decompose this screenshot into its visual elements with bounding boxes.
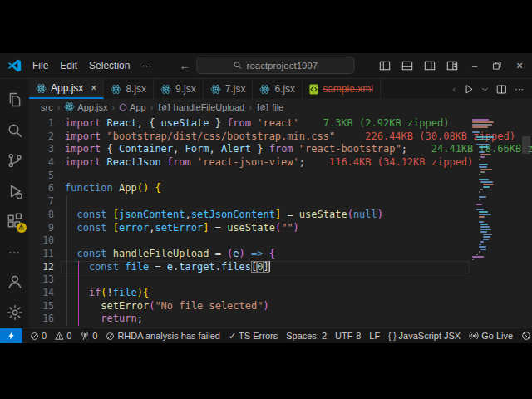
ellipsis-icon[interactable]: ···: [515, 84, 524, 94]
layout-panel-icon[interactable]: [401, 60, 413, 71]
tab-6.jsx[interactable]: 6.jsx: [253, 79, 303, 99]
editor-scrollbar[interactable]: [522, 136, 530, 154]
ports-count[interactable]: 0: [76, 328, 101, 343]
copilot[interactable]: [517, 328, 532, 343]
minimap-row: [479, 164, 488, 165]
menu-file[interactable]: File: [27, 57, 54, 74]
code-line[interactable]: import "bootstrap/dist/css/bootstrap.min…: [65, 131, 532, 144]
activity-more[interactable]: ···: [2, 237, 28, 268]
react-icon: [64, 101, 75, 112]
activity-explorer[interactable]: [2, 85, 28, 116]
tab-7.jsx[interactable]: 7.jsx: [204, 79, 254, 99]
code-line[interactable]: const [error,setError] = useState(""): [65, 222, 532, 235]
activity-accounts[interactable]: [2, 267, 28, 298]
minimap-row: [476, 136, 494, 138]
errors-count[interactable]: 0: [26, 328, 51, 343]
tab-App.jsx[interactable]: App.jsx×: [29, 79, 104, 99]
code-line[interactable]: [65, 195, 532, 209]
search-query: reactproject1997: [247, 61, 318, 71]
search-icon: [234, 61, 243, 70]
activity-extensions[interactable]: ⚠: [2, 206, 28, 237]
command-center-search[interactable]: reactproject1997: [196, 57, 354, 74]
ts-errors[interactable]: ✓TS Errors: [224, 328, 282, 343]
minimap[interactable]: [472, 119, 500, 261]
menu-selection[interactable]: Selection: [83, 57, 135, 74]
restore-icon[interactable]: [491, 60, 503, 71]
minimap-row: [472, 131, 480, 133]
minimap-row: [476, 204, 482, 205]
play-icon[interactable]: [463, 84, 474, 95]
minimap-row: [479, 221, 484, 223]
eol[interactable]: LF: [365, 328, 384, 343]
tab-8.jsx[interactable]: 8.jsx: [104, 79, 154, 99]
react-icon: [259, 84, 270, 95]
radio-tower-icon: [80, 331, 90, 341]
minimize-icon[interactable]: –: [469, 60, 480, 71]
breadcrumb-App[interactable]: App: [119, 102, 146, 112]
breadcrumb: src›App.jsx›App›[@]handleFileUpload›[@]f…: [29, 99, 532, 115]
breadcrumb-handleFileUpload[interactable]: [@]handleFileUpload: [157, 102, 244, 112]
activity-bar: ⚠···: [0, 79, 29, 328]
code-line[interactable]: [65, 234, 532, 248]
breadcrumb-src[interactable]: src: [41, 102, 53, 112]
minimap-row: [479, 151, 485, 153]
go-live[interactable]: Go Live: [465, 328, 517, 343]
minimap-row: [479, 146, 489, 148]
tab-label: 9.jsx: [175, 83, 196, 95]
tab-sample.xml[interactable]: sample.xml: [303, 79, 381, 99]
tab-9.jsx[interactable]: 9.jsx: [154, 79, 204, 99]
code-line[interactable]: import { Container, Form, Alert } from "…: [65, 143, 532, 156]
chevron-down-icon[interactable]: [481, 86, 489, 93]
close-icon[interactable]: ×: [514, 60, 525, 71]
close-icon[interactable]: ×: [91, 82, 96, 94]
titlebar: FileEditSelection··· ← → reactproject199…: [0, 53, 532, 79]
split-editor-icon[interactable]: [496, 84, 507, 95]
activity-source-control[interactable]: [2, 145, 28, 176]
breadcrumb-separator: ›: [111, 102, 115, 112]
layout-customize-icon[interactable]: [446, 60, 458, 71]
code-line[interactable]: const file = e.target.files[0]: [65, 261, 532, 274]
line-number: 2: [29, 131, 54, 144]
line-number: 4: [29, 156, 54, 170]
menu-edit[interactable]: Edit: [54, 57, 83, 74]
minimap-row: [480, 169, 492, 170]
code-editor[interactable]: 12345678910111213141516 import React, { …: [29, 115, 532, 328]
line-numbers-gutter: 12345678910111213141516: [29, 117, 54, 326]
breadcrumb-App.jsx[interactable]: App.jsx: [64, 101, 107, 112]
encoding[interactable]: UTF-8: [331, 328, 365, 343]
minimap-row: [479, 211, 488, 213]
minimap-row: [479, 159, 480, 160]
remote-indicator[interactable]: [0, 328, 22, 343]
line-number: 12: [29, 261, 54, 274]
code-line[interactable]: import ReactJson from 'react-json-view';…: [65, 156, 532, 170]
code-line[interactable]: return;: [65, 313, 532, 326]
tabs: App.jsx×8.jsx9.jsx7.jsx6.jsxsample.xml: [29, 79, 381, 99]
code-line[interactable]: setError("No file selected"): [65, 300, 532, 313]
code-line[interactable]: import React, { useState } from 'react' …: [65, 117, 532, 131]
code-line[interactable]: if(!file){: [65, 287, 532, 300]
activity-run-debug[interactable]: [2, 176, 28, 207]
minimap-row: [472, 256, 484, 258]
minimap-row: [480, 229, 491, 230]
menu-overflow[interactable]: ···: [135, 57, 157, 74]
code-line[interactable]: [65, 170, 532, 183]
activity-search[interactable]: [2, 116, 28, 146]
line-number: 3: [29, 143, 54, 156]
warnings-count[interactable]: 0: [51, 328, 76, 343]
layout-sidebar-right-icon[interactable]: [424, 60, 436, 71]
code-line[interactable]: function App() {: [65, 182, 532, 195]
code-line[interactable]: const handleFileUpload = (e) => {: [65, 248, 532, 261]
minimap-row: [480, 241, 484, 243]
rhda-status[interactable]: RHDA analysis has failed: [101, 328, 224, 343]
code-line[interactable]: const [jsonContent,setJsonContent] = use…: [65, 209, 532, 222]
code-line[interactable]: [65, 273, 532, 287]
layout-sidebar-left-icon[interactable]: [379, 60, 391, 71]
back-icon[interactable]: ←: [179, 60, 190, 72]
indentation[interactable]: Spaces: 2: [282, 328, 331, 343]
language-mode[interactable]: { }JavaScript JSX: [384, 328, 465, 343]
chevron-left-icon[interactable]: ‹: [452, 84, 456, 94]
minimap-row: [479, 251, 480, 253]
activity-settings[interactable]: [2, 298, 28, 328]
error-icon: [30, 332, 39, 341]
breadcrumb-file[interactable]: [@]file: [256, 102, 283, 112]
